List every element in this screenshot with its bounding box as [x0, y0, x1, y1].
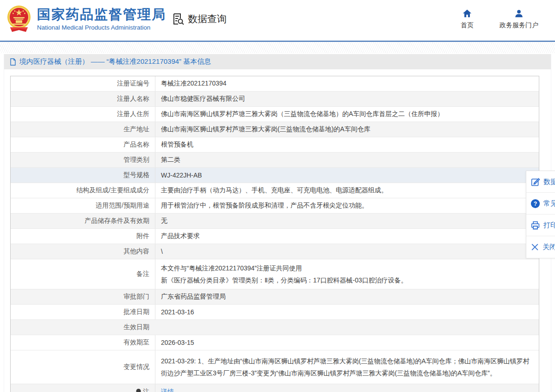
table-row: 注册证编号粤械注准20212170394 — [11, 76, 539, 92]
printer-icon — [530, 220, 540, 230]
hatch-band — [0, 42, 555, 53]
user-icon — [514, 8, 524, 18]
table-row: 有效期至2026-03-15 — [11, 335, 539, 350]
table-row: 注册人名称佛山市稳健医疗器械有限公司 — [11, 92, 539, 107]
row-value: 根管预备机 — [155, 137, 539, 152]
row-label: 生产地址 — [11, 122, 155, 137]
nav-item-label: 首页 — [461, 21, 474, 30]
agency-title-block: 国家药品监督管理局 National Medical Products Admi… — [37, 6, 166, 31]
row-value: 佛山市南海区狮山镇罗村芦塘三雅大雾岗(三益物流仓储基地)的A车间仓库 — [155, 122, 539, 137]
row-value: 2026-03-15 — [155, 335, 539, 350]
table-row: 生产地址佛山市南海区狮山镇罗村芦塘三雅大雾岗(三益物流仓储基地)的A车间仓库 — [11, 122, 539, 137]
row-value: 用于根管治疗中，根管预备阶段成形和清理，产品不含牙根尖定位功能。 — [155, 198, 539, 213]
row-label: 批准日期 — [11, 305, 155, 319]
doc-search-icon — [171, 12, 185, 26]
site-header: 国家药品监督管理局 National Medical Products Admi… — [0, 0, 555, 41]
row-value: 详情 — [155, 384, 539, 392]
row-value: 产品技术要求 — [155, 229, 539, 244]
table-row: 生效日期 — [11, 320, 539, 335]
edit-icon — [530, 177, 540, 187]
table-row: 变更情况2021-03-29: 1、生产地址由“佛山市南海区狮山镇罗村芦塘三雅大… — [11, 350, 539, 384]
row-value: 粤械注准20212170394 — [155, 76, 539, 91]
row-label: 附件 — [11, 229, 155, 244]
nav-item-label: 政务服务门户 — [500, 21, 538, 30]
row-value: 广东省药品监督管理局 — [155, 289, 539, 304]
row-value: 无 — [155, 214, 539, 228]
close-icon — [530, 243, 539, 251]
floating-tools-panel: 数据反?常见问打印页关闭页 — [526, 171, 555, 258]
table-row: 批准日期2021-03-16 — [11, 305, 539, 320]
row-value: 主要由治疗手柄（动力马达）、手机、充电座、可充电电池、电源适配器组成。 — [155, 183, 539, 198]
table-row: 注册人住所佛山市南海区狮山镇罗村芦塘三雅大雾岗（三益物流仓储基地）的A车间仓库首… — [11, 107, 539, 122]
table-row: 审批部门广东省药品监督管理局 — [11, 289, 539, 305]
table-row: 其他内容\ — [11, 244, 539, 259]
agency-name-en: National Medical Products Administration — [37, 24, 166, 31]
row-label: 注册人住所 — [11, 107, 155, 122]
panel-item-print[interactable]: 打印页 — [526, 214, 555, 236]
page-container: 境内医疗器械（注册） —— “粤械注准20212170394” 基本信息 注册证… — [4, 54, 551, 392]
row-value: 2021-03-16 — [155, 305, 539, 319]
row-value: WJ-422JH-AB — [155, 168, 539, 183]
table-row: 备注本文件与“粤械注准20212170394”注册证共同使用新《医疗器械分类目录… — [11, 259, 539, 289]
data-query-label: 数据查询 — [188, 12, 227, 25]
row-label: 注 — [11, 384, 155, 392]
row-label: 审批部门 — [11, 289, 155, 304]
data-query-tab[interactable]: 数据查询 — [171, 12, 227, 26]
note-icon — [136, 388, 142, 392]
nav-item-portal[interactable]: 政务服务门户 — [500, 8, 538, 30]
row-value: 第二类 — [155, 153, 539, 167]
row-label: 管理类别 — [11, 153, 155, 167]
agency-name-cn: 国家药品监督管理局 — [37, 6, 166, 22]
row-label: 有效期至 — [11, 335, 155, 350]
row-label: 变更情况 — [11, 350, 155, 384]
registration-info-table: 注册证编号粤械注准20212170394注册人名称佛山市稳健医疗器械有限公司注册… — [10, 76, 539, 392]
table-row: 管理类别第二类 — [11, 153, 539, 168]
national-emblem-logo — [6, 3, 31, 35]
top-nav: 首页政务服务门户 — [461, 8, 538, 30]
detail-link[interactable]: 详情 — [161, 388, 534, 392]
page-title-bar: 境内医疗器械（注册） —— “粤械注准20212170394” 基本信息 — [4, 54, 551, 69]
row-label: 注册证编号 — [11, 76, 155, 91]
row-label: 注册人名称 — [11, 92, 155, 106]
table-row: 产品名称根管预备机 — [11, 137, 539, 153]
row-value: 佛山市稳健医疗器械有限公司 — [155, 92, 539, 106]
row-label: 产品储存条件及有效期 — [11, 214, 155, 228]
panel-item-label: 关闭页 — [543, 243, 555, 251]
table-row: 型号规格WJ-422JH-AB — [11, 168, 539, 183]
table-row: 产品储存条件及有效期无 — [11, 214, 539, 229]
page-title: 境内医疗器械（注册） —— “粤械注准20212170394” 基本信息 — [19, 57, 211, 66]
row-label: 结构及组成/主要组成成分 — [11, 183, 155, 198]
panel-item-label: 常见问 — [543, 199, 555, 208]
panel-item-close[interactable]: 关闭页 — [526, 236, 555, 258]
table-row: 附件产品技术要求 — [11, 229, 539, 244]
row-label: 生效日期 — [11, 320, 155, 335]
question-circle-icon: ? — [530, 199, 540, 208]
row-value: \ — [155, 244, 539, 259]
row-value: 2021-03-29: 1、生产地址由“佛山市南海区狮山镇罗村芦塘三雅大雾岗(三… — [155, 350, 539, 384]
row-label: 产品名称 — [11, 137, 155, 152]
row-label: 适用范围/预期用途 — [11, 198, 155, 213]
svg-text:?: ? — [534, 200, 537, 207]
panel-item-feedback[interactable]: 数据反 — [526, 171, 555, 193]
nav-item-home[interactable]: 首页 — [461, 8, 474, 30]
panel-item-label: 打印页 — [543, 221, 555, 230]
panel-item-faq[interactable]: ?常见问 — [526, 193, 555, 214]
row-value: 佛山市南海区狮山镇罗村芦塘三雅大雾岗（三益物流仓储基地）的A车间仓库首层之二（住… — [155, 107, 539, 122]
table-row: 注详情 — [11, 384, 539, 392]
table-row: 结构及组成/主要组成成分主要由治疗手柄（动力马达）、手机、充电座、可充电电池、电… — [11, 183, 539, 198]
row-label: 其他内容 — [11, 244, 155, 259]
panel-item-label: 数据反 — [543, 178, 555, 186]
row-value: 本文件与“粤械注准20212170394”注册证共同使用新《医疗器械分类目录》管… — [155, 259, 539, 289]
table-row: 适用范围/预期用途用于根管治疗中，根管预备阶段成形和清理，产品不含牙根尖定位功能… — [11, 198, 539, 214]
row-label: 型号规格 — [11, 168, 155, 183]
row-value — [155, 320, 539, 335]
home-icon — [462, 8, 472, 18]
row-label: 备注 — [11, 259, 155, 289]
document-icon — [10, 58, 16, 66]
